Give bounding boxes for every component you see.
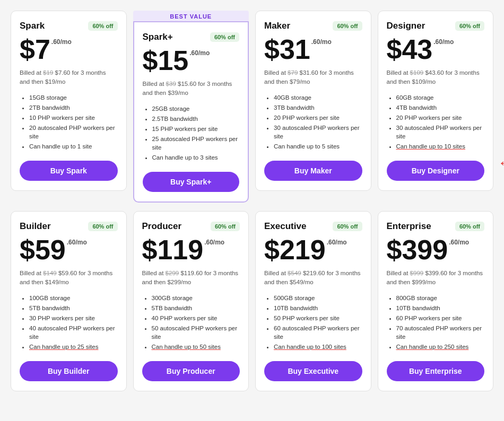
buy-button[interactable]: Buy Designer <box>387 161 485 181</box>
price-sup: .60/mo <box>51 39 72 45</box>
feature-item: 2.5TB bandwidth <box>152 115 240 123</box>
price-sup: .60/mo <box>433 39 454 45</box>
plan-card: Producer60% off$119.60/moBilled at $299 … <box>133 211 249 391</box>
feature-item: 500GB storage <box>274 294 362 302</box>
plan-card-wrapper: Spark60% off$7.60/moBilled at $19 $7.60 … <box>11 11 127 203</box>
buy-button[interactable]: Buy Spark <box>20 161 118 181</box>
card-header: Executive60% off <box>264 221 362 232</box>
feature-item: 25 autoscaled PHP workers per site <box>152 135 240 152</box>
feature-item: 40 autoscaled PHP workers per site <box>29 324 118 341</box>
plan-card-wrapper: Executive60% off$219.60/moBilled at $549… <box>255 211 371 391</box>
buy-button[interactable]: Buy Spark+ <box>143 172 240 192</box>
billed-text: Billed at $109 $43.60 for 3 months and t… <box>387 68 485 87</box>
card-header: Enterprise60% off <box>387 221 485 232</box>
features-list: 25GB storage2.5TB bandwidth15 PHP worker… <box>143 104 240 164</box>
feature-item: 2TB bandwidth <box>29 103 118 112</box>
feature-item: 40 PHP workers per site <box>152 314 240 322</box>
feature-item: 10 PHP workers per site <box>29 113 118 122</box>
plan-card: Builder60% off$59.60/moBilled at $149 $5… <box>11 211 127 391</box>
billed-text: Billed at $19 $7.60 for 3 months and the… <box>20 68 118 87</box>
feature-item: Can handle up to 250 sites <box>396 343 485 351</box>
billed-text: Billed at $149 $59.60 for 3 months and t… <box>20 269 118 287</box>
feature-item: 3TB bandwidth <box>274 103 362 112</box>
feature-item: Can handle up to 100 sites <box>274 343 362 351</box>
billed-text: Billed at $549 $219.60 for 3 months and … <box>264 269 362 287</box>
price-sup: .60/mo <box>204 239 224 245</box>
pricing-section: Spark60% off$7.60/moBilled at $19 $7.60 … <box>11 11 493 391</box>
feature-item: 800GB storage <box>396 294 485 302</box>
plan-name: Designer <box>387 21 425 31</box>
discount-badge: 60% off <box>455 21 484 31</box>
feature-item: 70 autoscaled PHP workers per site <box>396 324 485 341</box>
feature-item: 50 autoscaled PHP workers per site <box>152 324 240 341</box>
feature-item: 10TB bandwidth <box>274 304 362 312</box>
discount-badge: 60% off <box>333 222 362 231</box>
feature-item: 50 PHP workers per site <box>274 314 362 322</box>
feature-item: Can handle up to 50 sites <box>152 343 240 351</box>
plan-name: Builder <box>20 221 51 232</box>
discount-badge: 60% off <box>455 222 484 231</box>
feature-item: Can handle up to 3 sites <box>152 153 240 162</box>
price-block: $59.60/mo <box>20 236 118 264</box>
feature-item: 20 autoscaled PHP workers per site <box>29 124 118 141</box>
billed-text: Billed at $39 $15.60 for 3 months and th… <box>143 80 240 98</box>
price-value: $43 <box>387 36 433 63</box>
buy-button[interactable]: Buy Maker <box>264 161 362 181</box>
buy-button[interactable]: Buy Producer <box>142 361 240 381</box>
billed-text: Billed at $299 $119.60 for 3 months and … <box>142 269 240 287</box>
discount-badge: 60% off <box>333 21 362 31</box>
feature-item: 30 autoscaled PHP workers per site <box>274 124 362 141</box>
price-sup: .60/mo <box>189 50 210 56</box>
card-header: Producer60% off <box>142 221 240 232</box>
feature-item: 4TB bandwidth <box>396 103 485 112</box>
feature-item: 40GB storage <box>274 93 362 102</box>
feature-item: 60 autoscaled PHP workers per site <box>274 324 362 341</box>
features-list: 40GB storage3TB bandwidth20 PHP workers … <box>264 93 362 153</box>
card-header: Spark60% off <box>20 21 118 31</box>
buy-button[interactable]: Buy Enterprise <box>387 361 485 381</box>
plan-name: Maker <box>264 21 290 31</box>
features-list: 15GB storage2TB bandwidth10 PHP workers … <box>20 93 118 153</box>
buy-button[interactable]: Buy Executive <box>264 361 362 381</box>
feature-item: 30 PHP workers per site <box>29 314 118 322</box>
feature-item: 10TB bandwidth <box>396 304 485 312</box>
plan-name: Producer <box>142 221 182 232</box>
features-list: 100GB storage5TB bandwidth30 PHP workers… <box>20 294 118 353</box>
discount-badge: 60% off <box>88 21 117 31</box>
buy-button[interactable]: Buy Builder <box>20 361 118 381</box>
plan-card: Maker60% off$31.60/moBilled at $79 $31.6… <box>255 11 371 191</box>
feature-item: 15GB storage <box>29 93 118 102</box>
plan-card: Executive60% off$219.60/moBilled at $549… <box>255 211 371 391</box>
features-list: 300GB storage5TB bandwidth40 PHP workers… <box>142 294 240 353</box>
plan-card: Designer60% off$43.60/moBilled at $109 $… <box>378 11 494 191</box>
price-value: $31 <box>264 36 310 63</box>
row-2: Builder60% off$59.60/moBilled at $149 $5… <box>11 211 493 391</box>
feature-item: 5TB bandwidth <box>29 304 118 312</box>
feature-item: 20 PHP workers per site <box>274 113 362 122</box>
best-value-label: BEST VALUE <box>133 11 249 22</box>
feature-item: 15 PHP workers per site <box>152 125 240 133</box>
card-header: Spark+60% off <box>143 32 240 42</box>
price-block: $7.60/mo <box>20 36 118 63</box>
feature-item: 100GB storage <box>29 294 118 302</box>
price-block: $219.60/mo <box>264 236 362 264</box>
plan-card: Spark+60% off$15.60/moBilled at $39 $15.… <box>133 21 249 203</box>
row-1: Spark60% off$7.60/moBilled at $19 $7.60 … <box>11 11 493 203</box>
plan-card-wrapper: BEST VALUESpark+60% off$15.60/moBilled a… <box>133 11 249 203</box>
price-block: $119.60/mo <box>142 236 240 264</box>
price-block: $15.60/mo <box>143 47 240 74</box>
feature-item: 60 PHP workers per site <box>396 314 485 322</box>
price-sup: .60/mo <box>311 39 332 45</box>
price-block: $31.60/mo <box>264 36 362 63</box>
arrow-indicator: ← <box>498 154 504 172</box>
price-value: $399 <box>387 236 448 264</box>
price-value: $7 <box>20 36 50 63</box>
plan-name: Executive <box>264 221 306 232</box>
plan-name: Spark+ <box>143 32 173 42</box>
feature-item: Can handle up to 5 sites <box>274 142 362 151</box>
price-sup: .60/mo <box>327 239 347 245</box>
feature-item: Can handle up to 10 sites <box>396 142 485 151</box>
price-value: $219 <box>264 236 326 264</box>
feature-item: 25GB storage <box>152 104 240 113</box>
feature-item: Can handle up to 1 site <box>29 142 118 151</box>
